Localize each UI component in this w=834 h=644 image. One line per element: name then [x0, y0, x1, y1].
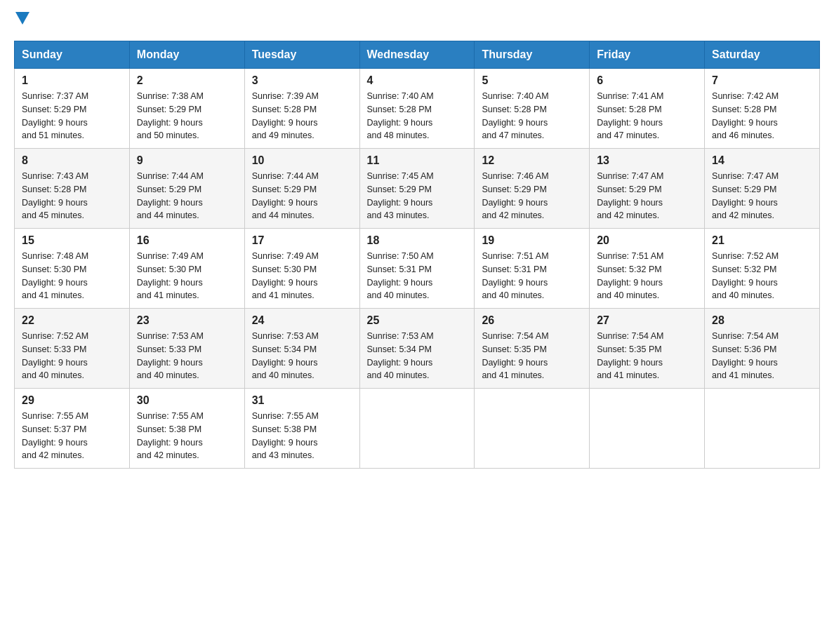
calendar-cell: 7 Sunrise: 7:42 AMSunset: 5:28 PMDayligh… — [705, 69, 820, 149]
day-number: 29 — [22, 394, 122, 407]
calendar-week-row: 29 Sunrise: 7:55 AMSunset: 5:37 PMDaylig… — [15, 389, 820, 469]
calendar-cell: 15 Sunrise: 7:48 AMSunset: 5:30 PMDaylig… — [15, 229, 130, 309]
day-number: 2 — [137, 74, 237, 87]
day-number: 14 — [712, 154, 812, 167]
day-number: 19 — [482, 234, 582, 247]
day-number: 31 — [252, 394, 352, 407]
calendar-cell: 29 Sunrise: 7:55 AMSunset: 5:37 PMDaylig… — [15, 389, 130, 469]
calendar-cell — [475, 389, 590, 469]
day-info: Sunrise: 7:40 AMSunset: 5:28 PMDaylight:… — [367, 91, 434, 140]
day-info: Sunrise: 7:53 AMSunset: 5:34 PMDaylight:… — [252, 331, 319, 380]
day-info: Sunrise: 7:41 AMSunset: 5:28 PMDaylight:… — [597, 91, 663, 140]
day-info: Sunrise: 7:48 AMSunset: 5:30 PMDaylight:… — [22, 251, 88, 300]
day-info: Sunrise: 7:52 AMSunset: 5:33 PMDaylight:… — [22, 331, 88, 380]
day-number: 7 — [712, 74, 812, 87]
day-number: 27 — [597, 314, 697, 327]
day-number: 18 — [367, 234, 468, 247]
day-info: Sunrise: 7:51 AMSunset: 5:31 PMDaylight:… — [482, 251, 548, 300]
day-number: 28 — [712, 314, 812, 327]
day-number: 11 — [367, 154, 468, 167]
calendar-week-row: 22 Sunrise: 7:52 AMSunset: 5:33 PMDaylig… — [15, 309, 820, 389]
calendar-cell: 10 Sunrise: 7:44 AMSunset: 5:29 PMDaylig… — [244, 149, 359, 229]
calendar-cell: 21 Sunrise: 7:52 AMSunset: 5:32 PMDaylig… — [705, 229, 820, 309]
day-number: 6 — [597, 74, 697, 87]
day-number: 22 — [22, 314, 122, 327]
day-number: 3 — [252, 74, 352, 87]
calendar-cell — [705, 389, 820, 469]
day-number: 12 — [482, 154, 582, 167]
day-info: Sunrise: 7:39 AMSunset: 5:28 PMDaylight:… — [252, 91, 319, 140]
calendar-cell: 27 Sunrise: 7:54 AMSunset: 5:35 PMDaylig… — [590, 309, 705, 389]
day-info: Sunrise: 7:42 AMSunset: 5:28 PMDaylight:… — [712, 91, 779, 140]
calendar-week-row: 1 Sunrise: 7:37 AMSunset: 5:29 PMDayligh… — [15, 69, 820, 149]
day-number: 23 — [137, 314, 237, 327]
calendar-cell: 12 Sunrise: 7:46 AMSunset: 5:29 PMDaylig… — [475, 149, 590, 229]
calendar-cell: 16 Sunrise: 7:49 AMSunset: 5:30 PMDaylig… — [129, 229, 244, 309]
logo-triangle-icon — [15, 12, 29, 25]
day-info: Sunrise: 7:44 AMSunset: 5:29 PMDaylight:… — [137, 171, 204, 220]
day-number: 30 — [137, 394, 237, 407]
calendar-cell: 18 Sunrise: 7:50 AMSunset: 5:31 PMDaylig… — [359, 229, 475, 309]
day-info: Sunrise: 7:55 AMSunset: 5:38 PMDaylight:… — [137, 411, 204, 460]
day-info: Sunrise: 7:37 AMSunset: 5:29 PMDaylight:… — [22, 91, 88, 140]
calendar-cell: 1 Sunrise: 7:37 AMSunset: 5:29 PMDayligh… — [15, 69, 130, 149]
calendar-cell: 13 Sunrise: 7:47 AMSunset: 5:29 PMDaylig… — [590, 149, 705, 229]
day-info: Sunrise: 7:53 AMSunset: 5:33 PMDaylight:… — [137, 331, 204, 380]
col-header-sunday: Sunday — [15, 41, 130, 69]
day-info: Sunrise: 7:43 AMSunset: 5:28 PMDaylight:… — [22, 171, 88, 220]
calendar-cell: 9 Sunrise: 7:44 AMSunset: 5:29 PMDayligh… — [129, 149, 244, 229]
day-info: Sunrise: 7:54 AMSunset: 5:36 PMDaylight:… — [712, 331, 779, 380]
calendar-cell: 20 Sunrise: 7:51 AMSunset: 5:32 PMDaylig… — [590, 229, 705, 309]
calendar-cell: 3 Sunrise: 7:39 AMSunset: 5:28 PMDayligh… — [244, 69, 359, 149]
calendar-table: SundayMondayTuesdayWednesdayThursdayFrid… — [14, 41, 820, 469]
day-info: Sunrise: 7:49 AMSunset: 5:30 PMDaylight:… — [252, 251, 319, 300]
calendar-cell: 17 Sunrise: 7:49 AMSunset: 5:30 PMDaylig… — [244, 229, 359, 309]
day-number: 4 — [367, 74, 468, 87]
calendar-cell: 24 Sunrise: 7:53 AMSunset: 5:34 PMDaylig… — [244, 309, 359, 389]
calendar-cell: 14 Sunrise: 7:47 AMSunset: 5:29 PMDaylig… — [705, 149, 820, 229]
day-number: 25 — [367, 314, 468, 327]
day-number: 15 — [22, 234, 122, 247]
day-info: Sunrise: 7:55 AMSunset: 5:38 PMDaylight:… — [252, 411, 319, 460]
calendar-cell: 5 Sunrise: 7:40 AMSunset: 5:28 PMDayligh… — [475, 69, 590, 149]
day-info: Sunrise: 7:45 AMSunset: 5:29 PMDaylight:… — [367, 171, 434, 220]
day-info: Sunrise: 7:50 AMSunset: 5:31 PMDaylight:… — [367, 251, 434, 300]
day-number: 5 — [482, 74, 582, 87]
calendar-cell: 2 Sunrise: 7:38 AMSunset: 5:29 PMDayligh… — [129, 69, 244, 149]
day-info: Sunrise: 7:55 AMSunset: 5:37 PMDaylight:… — [22, 411, 88, 460]
calendar-cell: 11 Sunrise: 7:45 AMSunset: 5:29 PMDaylig… — [359, 149, 475, 229]
col-header-wednesday: Wednesday — [359, 41, 475, 69]
day-number: 26 — [482, 314, 582, 327]
day-number: 17 — [252, 234, 352, 247]
day-info: Sunrise: 7:49 AMSunset: 5:30 PMDaylight:… — [137, 251, 204, 300]
calendar-cell: 4 Sunrise: 7:40 AMSunset: 5:28 PMDayligh… — [359, 69, 475, 149]
calendar-cell — [590, 389, 705, 469]
col-header-friday: Friday — [590, 41, 705, 69]
col-header-monday: Monday — [129, 41, 244, 69]
calendar-cell: 19 Sunrise: 7:51 AMSunset: 5:31 PMDaylig… — [475, 229, 590, 309]
day-info: Sunrise: 7:52 AMSunset: 5:32 PMDaylight:… — [712, 251, 779, 300]
day-number: 21 — [712, 234, 812, 247]
day-number: 8 — [22, 154, 122, 167]
col-header-saturday: Saturday — [705, 41, 820, 69]
col-header-tuesday: Tuesday — [244, 41, 359, 69]
calendar-week-row: 8 Sunrise: 7:43 AMSunset: 5:28 PMDayligh… — [15, 149, 820, 229]
day-number: 20 — [597, 234, 697, 247]
day-info: Sunrise: 7:54 AMSunset: 5:35 PMDaylight:… — [482, 331, 548, 380]
day-info: Sunrise: 7:47 AMSunset: 5:29 PMDaylight:… — [597, 171, 663, 220]
calendar-cell: 23 Sunrise: 7:53 AMSunset: 5:33 PMDaylig… — [129, 309, 244, 389]
page-header — [14, 14, 820, 27]
calendar-header-row: SundayMondayTuesdayWednesdayThursdayFrid… — [15, 41, 820, 69]
day-info: Sunrise: 7:54 AMSunset: 5:35 PMDaylight:… — [597, 331, 663, 380]
day-number: 1 — [22, 74, 122, 87]
day-info: Sunrise: 7:47 AMSunset: 5:29 PMDaylight:… — [712, 171, 779, 220]
calendar-cell: 22 Sunrise: 7:52 AMSunset: 5:33 PMDaylig… — [15, 309, 130, 389]
col-header-thursday: Thursday — [475, 41, 590, 69]
day-info: Sunrise: 7:51 AMSunset: 5:32 PMDaylight:… — [597, 251, 663, 300]
calendar-cell: 26 Sunrise: 7:54 AMSunset: 5:35 PMDaylig… — [475, 309, 590, 389]
day-number: 16 — [137, 234, 237, 247]
day-number: 13 — [597, 154, 697, 167]
day-info: Sunrise: 7:40 AMSunset: 5:28 PMDaylight:… — [482, 91, 548, 140]
calendar-cell: 30 Sunrise: 7:55 AMSunset: 5:38 PMDaylig… — [129, 389, 244, 469]
day-number: 10 — [252, 154, 352, 167]
